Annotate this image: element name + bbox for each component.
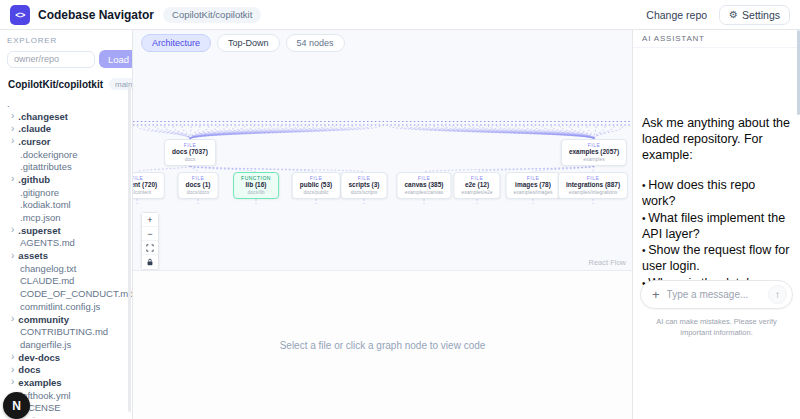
tree-folder-dev-docs[interactable]: ›dev-docs bbox=[0, 351, 132, 364]
repo-input[interactable] bbox=[7, 51, 95, 68]
graph-node-lib[interactable]: FUNCTIONlib (16)docs/lib bbox=[233, 172, 279, 199]
fit-view-button[interactable] bbox=[142, 241, 158, 255]
graph-canvas[interactable]: Architecture Top-Down 54 nodes FILEdocs … bbox=[133, 30, 632, 270]
tree-item-label: .gitignore bbox=[20, 187, 59, 198]
view-mode-pill[interactable]: Architecture bbox=[141, 34, 211, 52]
node-title: docs (7037) bbox=[172, 148, 208, 156]
graph-node-docs[interactable]: FILEdocs (1)docs/docs bbox=[178, 172, 219, 199]
suggestion-item: How does this repo work? bbox=[642, 178, 792, 210]
tree-scrollbar[interactable] bbox=[128, 86, 131, 412]
tree-folder-.superset[interactable]: ›.superset bbox=[0, 224, 132, 237]
layout-pill[interactable]: Top-Down bbox=[217, 34, 280, 52]
node-path-label: examples/images bbox=[514, 189, 553, 195]
tree-item-label: CLAUDE.md bbox=[20, 275, 74, 286]
zoom-out-button[interactable]: − bbox=[142, 227, 158, 241]
attach-plus-icon[interactable]: + bbox=[652, 288, 660, 301]
graph-node-e2e[interactable]: FILEe2e (12)examples/e2e bbox=[453, 172, 500, 199]
tree-folder-assets[interactable]: ›assets bbox=[0, 249, 132, 262]
tree-folder-community[interactable]: ›community bbox=[0, 313, 132, 326]
avatar[interactable]: N bbox=[3, 392, 30, 419]
tree-item-label: dangerfile.js bbox=[20, 339, 71, 350]
loaded-repo-name: CopilotKit/copilotkit bbox=[8, 79, 103, 90]
chevron-right-icon: › bbox=[11, 251, 14, 261]
tree-file-dangerfile.js[interactable]: dangerfile.js bbox=[0, 338, 132, 351]
node-path-label: docs/docs bbox=[186, 189, 211, 195]
node-count-badge: 54 nodes bbox=[286, 34, 345, 52]
tree-item-label: changelog.txt bbox=[20, 263, 77, 274]
repo-badge: CopilotKit/copilotkit bbox=[163, 7, 261, 23]
tree-file-contributing.md[interactable]: CONTRIBUTING.md bbox=[0, 325, 132, 338]
tree-file-.gitattributes[interactable]: .gitattributes bbox=[0, 160, 132, 173]
app-window: <> Codebase Navigator CopilotKit/copilot… bbox=[0, 0, 800, 419]
assistant-intro-text: Ask me anything about the loaded reposit… bbox=[642, 116, 792, 163]
graph-node-docs[interactable]: FILEdocs (7037)docs bbox=[164, 139, 216, 166]
tree-item-label: community bbox=[18, 314, 69, 325]
tree-folder-.changeset[interactable]: ›.changeset bbox=[0, 110, 132, 123]
graph-node-public[interactable]: FILEpublic (53)docs/public bbox=[292, 172, 341, 199]
tree-item-label: .changeset bbox=[18, 111, 68, 122]
tree-file-.dockerignore[interactable]: .dockerignore bbox=[0, 148, 132, 161]
gear-icon: ⚙ bbox=[729, 10, 738, 20]
assistant-header: AI ASSISTANT bbox=[633, 30, 800, 48]
tree-folder-examples[interactable]: ›examples bbox=[0, 376, 132, 389]
chevron-right-icon: › bbox=[11, 352, 14, 362]
tree-file-agents.md[interactable]: AGENTS.md bbox=[0, 237, 132, 250]
graph-zoom-controls: + − bbox=[141, 212, 159, 270]
node-path-label: docs/lib bbox=[241, 189, 271, 195]
chevron-right-icon: › bbox=[11, 377, 14, 387]
tree-item-label: .dockerignore bbox=[20, 149, 78, 160]
tree-folder-docs[interactable]: ›docs bbox=[0, 363, 132, 376]
graph-node-integrations[interactable]: FILEintegrations (887)examples/integrati… bbox=[558, 172, 628, 199]
node-title: scripts (3) bbox=[348, 181, 379, 189]
tree-file-code-of-conduct.md[interactable]: CODE_OF_CONDUCT.md bbox=[0, 287, 132, 300]
tree-item-label: . bbox=[7, 98, 10, 109]
fit-view-icon bbox=[146, 244, 154, 252]
tree-file-.mcp.json[interactable]: .mcp.json bbox=[0, 211, 132, 224]
node-title: integrations (887) bbox=[566, 181, 620, 189]
node-path-label: examples/canvas bbox=[404, 189, 443, 195]
message-input[interactable] bbox=[667, 289, 768, 300]
graph-node-canvas[interactable]: FILEcanvas (385)examples/canvas bbox=[396, 172, 451, 199]
tree-file-commitlint.config.js[interactable]: commitlint.config.js bbox=[0, 300, 132, 313]
ai-disclaimer: AI can make mistakes. Please verify impo… bbox=[640, 317, 793, 339]
zoom-in-button[interactable]: + bbox=[142, 213, 158, 227]
top-bar: <> Codebase Navigator CopilotKit/copilot… bbox=[0, 0, 800, 30]
tree-file-.gitignore[interactable]: .gitignore bbox=[0, 186, 132, 199]
load-button[interactable]: Load bbox=[99, 50, 133, 68]
tree-item-label: .cursor bbox=[18, 136, 50, 147]
tree-item-label: .claude bbox=[18, 123, 51, 134]
tree-item-label: CONTRIBUTING.md bbox=[20, 326, 108, 337]
change-repo-button[interactable]: Change repo bbox=[646, 9, 707, 21]
lock-button[interactable] bbox=[142, 255, 158, 269]
file-tree: .›.changeset›.claude›.cursor.dockerignor… bbox=[0, 96, 132, 419]
app-logo-icon: <> bbox=[10, 5, 30, 25]
tree-file-changelog.txt[interactable]: changelog.txt bbox=[0, 262, 132, 275]
graph-node-content[interactable]: FILEcontent (720)docs/content bbox=[133, 172, 165, 199]
node-path-label: docs/scripts bbox=[348, 189, 379, 195]
code-placeholder-text: Select a file or click a graph node to v… bbox=[280, 340, 486, 351]
tree-folder-.claude[interactable]: ›.claude bbox=[0, 122, 132, 135]
tree-file-claude.md[interactable]: CLAUDE.md bbox=[0, 275, 132, 288]
tree-file-.kodiak.toml[interactable]: .kodiak.toml bbox=[0, 199, 132, 212]
tree-folder-.cursor[interactable]: ›.cursor bbox=[0, 135, 132, 148]
node-title: canvas (385) bbox=[404, 181, 443, 189]
code-viewer-placeholder: Select a file or click a graph node to v… bbox=[133, 270, 632, 419]
chevron-right-icon: › bbox=[11, 124, 14, 134]
graph-node-images[interactable]: FILEimages (78)examples/images bbox=[506, 172, 561, 199]
tree-folder-.github[interactable]: ›.github bbox=[0, 173, 132, 186]
node-title: examples (2057) bbox=[569, 148, 619, 156]
tree-item-label: examples bbox=[18, 377, 61, 388]
tree-item-label: AGENTS.md bbox=[20, 237, 75, 248]
node-path-label: examples bbox=[569, 156, 619, 162]
node-title: docs (1) bbox=[186, 181, 211, 189]
graph-node-scripts[interactable]: FILEscripts (3)docs/scripts bbox=[340, 172, 387, 199]
app-title: Codebase Navigator bbox=[38, 8, 154, 22]
settings-button[interactable]: ⚙ Settings bbox=[719, 5, 790, 25]
send-button[interactable]: ↑ bbox=[768, 285, 787, 304]
message-composer: + ↑ AI can make mistakes. Please verify … bbox=[633, 280, 800, 339]
tree-item-label: .mcp.json bbox=[20, 212, 61, 223]
tree-folder-.[interactable]: . bbox=[0, 97, 132, 110]
graph-node-examples[interactable]: FILEexamples (2057)examples bbox=[561, 139, 627, 166]
tree-item-label: docs bbox=[18, 364, 40, 375]
tree-item-label: commitlint.config.js bbox=[20, 301, 100, 312]
